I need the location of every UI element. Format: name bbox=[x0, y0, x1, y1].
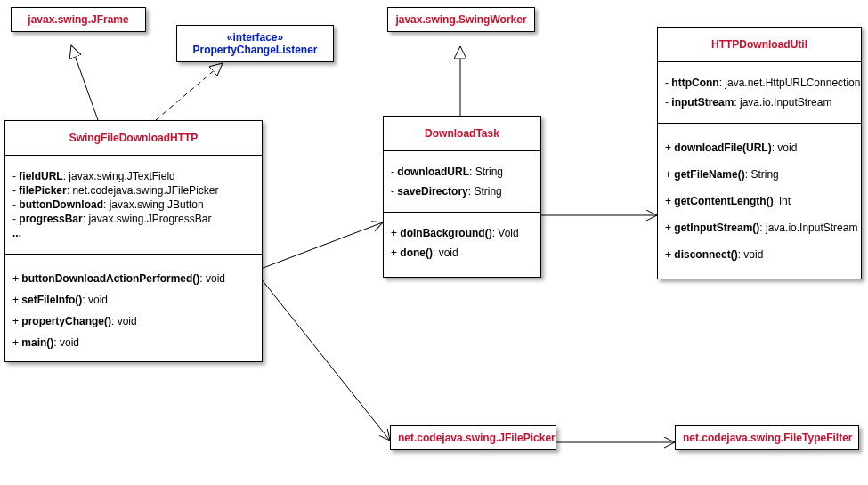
svg-line-0 bbox=[71, 45, 98, 120]
attr-row: - progressBar: javax.swing.JProgressBar bbox=[12, 213, 255, 225]
class-title: DownloadTask bbox=[384, 117, 540, 150]
op-row: + done(): void bbox=[391, 247, 533, 259]
class-jframe: javax.swing.JFrame bbox=[11, 7, 146, 32]
op-row: + getContentLength(): int bbox=[665, 195, 854, 207]
class-title: net.codejava.swing.FileTypeFilter bbox=[676, 426, 858, 449]
svg-line-3 bbox=[261, 222, 383, 269]
attr-row: - filePicker: net.codejava.swing.JFilePi… bbox=[12, 184, 255, 197]
attr-row: - httpConn: java.net.HttpURLConnection bbox=[665, 77, 854, 89]
op-row: + setFileInfo(): void bbox=[12, 294, 255, 306]
interface-property-change-listener: «interface» PropertyChangeListener bbox=[176, 25, 334, 62]
op-row: + doInBackground(): Void bbox=[391, 227, 533, 239]
attributes: - httpConn: java.net.HttpURLConnection -… bbox=[658, 61, 861, 123]
class-title: «interface» PropertyChangeListener bbox=[177, 26, 333, 61]
class-http-download-util: HTTPDownloadUtil - httpConn: java.net.Ht… bbox=[657, 27, 862, 279]
class-file-type-filter: net.codejava.swing.FileTypeFilter bbox=[675, 425, 859, 450]
class-title: net.codejava.swing.JFilePicker bbox=[391, 426, 556, 449]
op-row: + main(): void bbox=[12, 336, 255, 349]
op-row: + getFileName(): String bbox=[665, 168, 854, 181]
attributes: - fieldURL: javax.swing.JTextField - fil… bbox=[5, 155, 262, 254]
svg-line-1 bbox=[156, 63, 223, 120]
class-title: HTTPDownloadUtil bbox=[658, 28, 861, 61]
operations: + doInBackground(): Void + done(): void bbox=[384, 212, 540, 277]
svg-line-5 bbox=[261, 279, 390, 441]
attr-row: - fieldURL: javax.swing.JTextField bbox=[12, 170, 255, 182]
uml-canvas: javax.swing.JFrame «interface» PropertyC… bbox=[0, 0, 868, 485]
class-swing-worker: javax.swing.SwingWorker bbox=[387, 7, 535, 32]
class-title: javax.swing.SwingWorker bbox=[388, 8, 534, 31]
op-row: + disconnect(): void bbox=[665, 248, 854, 261]
attr-row: - saveDirectory: String bbox=[391, 185, 533, 198]
class-swing-file-download-http: SwingFileDownloadHTTP - fieldURL: javax.… bbox=[4, 120, 263, 362]
attr-row: - buttonDownload: javax.swing.JButton bbox=[12, 198, 255, 211]
attr-row: - downloadURL: String bbox=[391, 166, 533, 178]
attributes: - downloadURL: String - saveDirectory: S… bbox=[384, 150, 540, 212]
op-row: + getInputStream(): java.io.InputStream bbox=[665, 222, 854, 234]
attr-row: ... bbox=[12, 227, 255, 239]
class-download-task: DownloadTask - downloadURL: String - sav… bbox=[383, 116, 541, 278]
class-title: javax.swing.JFrame bbox=[12, 8, 145, 31]
op-row: + propertyChange(): void bbox=[12, 315, 255, 327]
operations: + buttonDownloadActionPerformed(): void … bbox=[5, 254, 262, 361]
op-row: + downloadFile(URL): void bbox=[665, 141, 854, 154]
op-row: + buttonDownloadActionPerformed(): void bbox=[12, 272, 255, 285]
operations: + downloadFile(URL): void + getFileName(… bbox=[658, 123, 861, 279]
class-title: SwingFileDownloadHTTP bbox=[5, 121, 262, 155]
class-jfile-picker: net.codejava.swing.JFilePicker bbox=[390, 425, 556, 450]
attr-row: - inputStream: java.io.InputStream bbox=[665, 96, 854, 109]
